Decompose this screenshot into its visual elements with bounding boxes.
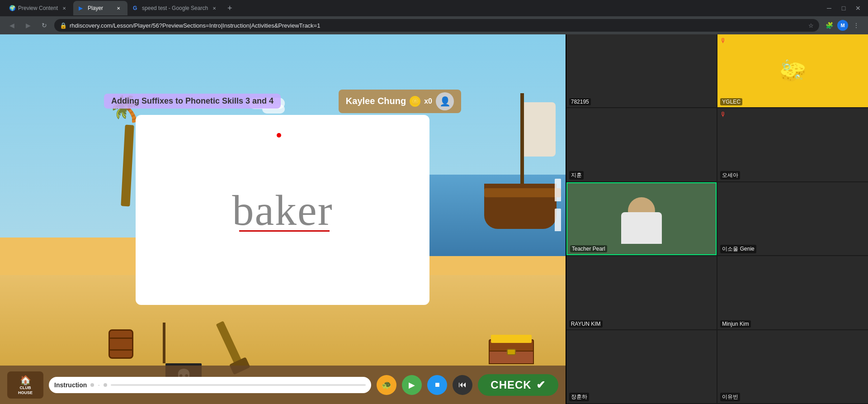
tab-google[interactable]: G speed test - Google Search ✕ [127,1,223,15]
participant-rayun-avatar [566,256,717,329]
extensions-icon[interactable]: 🧩 [823,19,835,32]
play-button[interactable]: ▶ [402,375,422,395]
tab-preview-content[interactable]: 🌍 Preview Content ✕ [4,1,73,15]
house-icon: 🏠 [20,375,31,385]
participant-YGLEC-mic-muted-icon: 🎙 [720,37,726,44]
participant-janghunha-avatar [566,330,717,403]
participant-teacher-pearl-name: Teacher Pearl [570,245,607,252]
lesson-title-box: Adding Suffixes to Phonetic Skills 3 and… [104,94,281,109]
tab3-close[interactable]: ✕ [211,5,218,12]
participant-YGLEC-avatar: 🧽 [717,34,868,107]
tab2-title: Player [88,5,112,11]
progress-dot-1 [90,383,94,387]
window-controls: ─ □ ✕ [823,2,864,14]
fence [555,179,561,231]
check-button[interactable]: CHECK ✔ [478,374,558,396]
participant-jihoon-avatar [566,108,717,181]
clubhouse-label: CLUBHOUSE [18,385,33,395]
barrel [108,329,133,359]
address-icons: ☆ [808,22,814,29]
tab1-favicon: 🌍 [9,5,15,11]
clubhouse-button[interactable]: 🏠 CLUBHOUSE [7,371,43,399]
word-card: baker [136,115,429,305]
participant-genie-name: 이소울 Genie [720,245,756,253]
participant-782195: 782195 [566,34,717,107]
participant-osea-name: 오세아 [720,171,740,180]
tab2-close[interactable]: ✕ [115,5,122,12]
minimize-button[interactable]: ─ [823,2,835,14]
participant-genie: 이소울 Genie [717,182,868,255]
participant-osea-avatar [717,108,868,181]
participant-782195-name: 782195 [569,98,591,105]
participant-jihoon-name: 지훈 [569,171,584,180]
play-icon: ▶ [409,380,415,390]
pirate-ship [475,93,566,247]
turtle-icon: 🐢 [382,380,392,390]
participant-rayun: RAYUN KIM [566,256,717,329]
stop-button[interactable]: ■ [427,375,447,395]
maximize-button[interactable]: □ [837,2,850,14]
coin-count: x0 [424,97,432,105]
browser-chrome: 🌍 Preview Content ✕ ▶ Player ✕ G speed t… [0,0,868,34]
rewind-button[interactable]: ⏮ [453,375,472,395]
cursor-dot [277,133,281,138]
participants-panel: 782195 🧽 🎙 YGLEC 지훈 🎙 오세아 Teacher Pearl [566,34,868,404]
close-button[interactable]: ✕ [852,2,864,14]
tab3-title: speed test - Google Search [142,5,208,11]
tab-bar: 🌍 Preview Content ✕ ▶ Player ✕ G speed t… [0,0,868,16]
tab1-title: Preview Content [18,5,58,11]
progress-separator: - [98,381,100,389]
stop-icon: ■ [435,380,440,390]
participant-iyubin: 이유빈 [717,330,868,403]
participant-minjun-name: Minjun Kim [720,320,750,328]
participant-teacher-pearl: Teacher Pearl [566,182,717,255]
address-bar-row: ◀ ▶ ↻ 🔒 rhdiscovery.com/Lesson/Player/56… [0,16,868,34]
url-text: rhdiscovery.com/Lesson/Player/56?Preview… [70,22,806,29]
forward-button[interactable]: ▶ [22,19,34,32]
student-name: Kaylee Chung [346,96,406,106]
tab3-favicon: G [133,5,139,11]
participant-minjun: Minjun Kim [717,256,868,329]
participant-rayun-name: RAYUN KIM [569,320,603,328]
participant-iyubin-avatar [717,330,868,403]
participant-genie-avatar [717,182,868,255]
profile-avatar[interactable]: M [837,20,848,31]
coin-icon: 🪙 [410,96,420,107]
address-bar[interactable]: 🔒 rhdiscovery.com/Lesson/Player/56?Previ… [54,19,819,32]
progress-dots: - [90,381,107,389]
toolbar-icons: 🧩 M ⋮ [823,19,863,32]
participant-YGLEC-name: YGLEC [720,98,742,105]
tab-player[interactable]: ▶ Player ✕ [73,1,127,15]
participant-janghunha: 장훈하 [566,330,717,403]
tab1-close[interactable]: ✕ [61,5,68,12]
more-options-icon[interactable]: ⋮ [850,19,863,32]
lesson-title: Adding Suffixes to Phonetic Skills 3 and… [111,96,274,105]
participant-minjun-avatar [717,256,868,329]
bottom-controls: 🏠 CLUBHOUSE Instruction - 🐢 ▶ [0,366,566,404]
participant-iyubin-name: 이유빈 [720,393,740,401]
main-word: baker [232,185,333,235]
word-underline [239,230,330,232]
progress-dot-2 [104,383,107,387]
check-icon: ✔ [536,379,546,391]
refresh-button[interactable]: ↻ [38,19,51,32]
word-text: baker [232,186,333,234]
lesson-player: 🌴 💀 [0,34,566,404]
lesson-header: Adding Suffixes to Phonetic Skills 3 and… [104,91,461,111]
participant-osea-mic-muted-icon: 🎙 [720,111,726,118]
bookmark-icon[interactable]: ☆ [808,22,814,29]
main-content: 🌴 💀 [0,34,868,404]
lock-icon: 🔒 [60,22,67,29]
turtle-button[interactable]: 🐢 [377,375,396,395]
teacher-body [621,212,662,244]
student-name-box: Kaylee Chung 🪙 x0 👤 [339,90,461,113]
participant-782195-avatar [566,34,717,107]
treasure-chest [489,339,534,364]
participant-YGLEC: 🧽 🎙 YGLEC [717,34,868,107]
participant-jihoon: 지훈 [566,108,717,181]
student-profile-icon: 👤 [436,92,454,110]
rewind-icon: ⏮ [458,380,467,390]
back-button[interactable]: ◀ [5,19,18,32]
new-tab-button[interactable]: + [223,2,236,14]
progress-bar-container: Instruction - [49,377,371,393]
